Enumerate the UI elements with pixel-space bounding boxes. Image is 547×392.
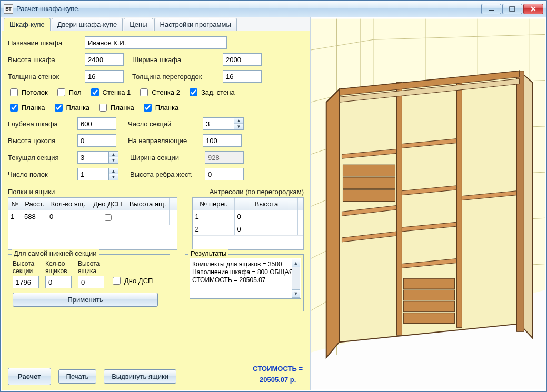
svg-marker-26 (326, 89, 340, 357)
results-scrollbar[interactable]: ▲ ▼ (292, 259, 300, 298)
print-button[interactable]: Печать (58, 369, 97, 384)
wardrobe-preview-icon (311, 17, 545, 390)
app-window: БТ Расчет шкафа-купе. Шкаф-купе Двери шк… (0, 0, 547, 392)
svg-rect-34 (343, 165, 395, 176)
bsec-h-label: Высота секции (13, 260, 39, 275)
shelves-spinner[interactable]: ▲▼ (109, 168, 118, 180)
bsec-dno-checkbox[interactable]: Дно ДСП (111, 275, 153, 286)
app-icon: БТ (4, 4, 13, 14)
tab-doors[interactable]: Двери шкафа-купе (52, 18, 123, 31)
table-row[interactable]: 1 0 (193, 210, 303, 223)
wall-thick-input[interactable] (85, 70, 124, 83)
chk-plank2[interactable]: Планка (53, 102, 90, 113)
svg-rect-1 (510, 7, 515, 11)
rails-label: На направляющие (128, 137, 198, 145)
shelves-grid[interactable]: № Расст. Кол-во ящ. Дно ДСП Высота ящ. 1… (8, 197, 177, 250)
part-thick-label: Толщина перегородок (132, 73, 218, 81)
price-label: СТОИМОСТЬ =20505.07 р. (253, 363, 303, 385)
bsec-bh-input[interactable] (78, 276, 104, 288)
plinth-height-label: Высота цоколя (8, 137, 73, 145)
sections-label: Число секций (128, 120, 198, 128)
svg-rect-30 (457, 77, 462, 328)
width-label: Ширина шкафа (132, 56, 218, 64)
shelves-input[interactable] (77, 168, 109, 180)
cur-section-label: Текущая секция (8, 154, 73, 162)
section-width-label: Ширина секции (130, 154, 201, 162)
section-width-input (205, 151, 244, 164)
mezz-grid-caption: Антресоли (по перегородкам) (192, 188, 304, 196)
scroll-up-icon[interactable]: ▲ (292, 259, 300, 267)
cur-section-input[interactable] (77, 151, 109, 164)
tabs: Шкаф-купе Двери шкафа-купе Цены Настройк… (2, 17, 310, 31)
svg-rect-28 (516, 71, 524, 332)
chk-back[interactable]: Зад. стена (187, 87, 235, 98)
bsec-h-input[interactable] (13, 276, 39, 288)
scroll-down-icon[interactable]: ▼ (292, 289, 300, 298)
svg-rect-35 (343, 177, 395, 189)
stiffener-label: Высота ребра жест. (130, 170, 201, 178)
results-text[interactable]: Комплекты для ящиков = 3500 Наполнение ш… (190, 258, 301, 299)
results-group: Результаты Комплекты для ящиков = 3500 Н… (185, 254, 304, 311)
tab-prices[interactable]: Цены (124, 18, 153, 31)
bottom-section-group: Для самой нижней секции Высота секции Ко… (8, 254, 170, 311)
tab-settings[interactable]: Настройки программы (154, 18, 237, 31)
chk-wall1[interactable]: Стенка 1 (89, 87, 131, 98)
wall-thick-label: Толщина стенок (8, 73, 81, 81)
chk-floor[interactable]: Пол (55, 87, 82, 98)
sections-input[interactable] (203, 117, 234, 130)
row-dno-checkbox (105, 214, 112, 221)
left-pane: Шкаф-купе Двери шкафа-купе Цены Настройк… (2, 17, 310, 390)
name-label: Название шкафа (8, 39, 81, 47)
chk-plank1[interactable]: Планка (8, 102, 45, 113)
width-input[interactable] (223, 53, 262, 66)
name-input[interactable] (85, 36, 227, 49)
tab-body: Название шкафа Высота шкафа Ширина шкафа… (2, 31, 310, 390)
extend-drawers-button[interactable]: Выдвинуть ящики (104, 369, 176, 384)
svg-rect-0 (489, 10, 494, 11)
calc-button[interactable]: Расчет (8, 368, 51, 385)
tab-wardrobe[interactable]: Шкаф-купе (4, 18, 51, 31)
titlebar: БТ Расчет шкафа-купе. (1, 1, 546, 17)
bsec-q-label: Кол-во ящиков (45, 260, 72, 275)
depth-label: Глубина шкафа (8, 120, 73, 128)
plinth-height-input[interactable] (77, 134, 116, 147)
chk-ceiling[interactable]: Потолок (8, 87, 48, 98)
minimize-button[interactable] (481, 4, 501, 14)
chk-wall2[interactable]: Стенка 2 (138, 87, 180, 98)
shelves-grid-caption: Полки и ящики (8, 188, 177, 196)
height-label: Высота шкафа (8, 56, 81, 64)
chk-plank4[interactable]: Планка (142, 102, 179, 113)
mezz-grid[interactable]: № перег. Высота 1 0 2 0 (192, 197, 304, 250)
apply-button[interactable]: Применить (13, 293, 158, 307)
chk-plank3[interactable]: Планка (97, 102, 134, 113)
table-row[interactable]: 1 588 0 (8, 210, 177, 225)
shelves-label: Число полок (8, 170, 73, 178)
part-thick-input[interactable] (223, 70, 262, 83)
svg-rect-41 (403, 278, 454, 289)
rails-input[interactable] (203, 134, 242, 147)
table-row[interactable]: 2 0 (193, 223, 303, 236)
window-title: Расчет шкафа-купе. (16, 5, 481, 13)
svg-rect-43 (403, 301, 454, 312)
stiffener-input[interactable] (205, 168, 244, 180)
svg-rect-44 (403, 313, 454, 324)
maximize-button[interactable] (502, 4, 522, 14)
svg-rect-36 (343, 190, 395, 202)
height-input[interactable] (85, 53, 124, 66)
bsec-q-input[interactable] (45, 276, 72, 288)
svg-rect-42 (403, 290, 454, 300)
cur-section-spinner[interactable]: ▲▼ (109, 151, 118, 164)
svg-rect-29 (397, 83, 402, 336)
preview-pane (310, 17, 545, 390)
bsec-bh-label: Высота ящика (78, 260, 104, 275)
sections-spinner[interactable]: ▲▼ (234, 117, 244, 130)
depth-input[interactable] (77, 117, 116, 130)
close-button[interactable] (523, 4, 543, 14)
